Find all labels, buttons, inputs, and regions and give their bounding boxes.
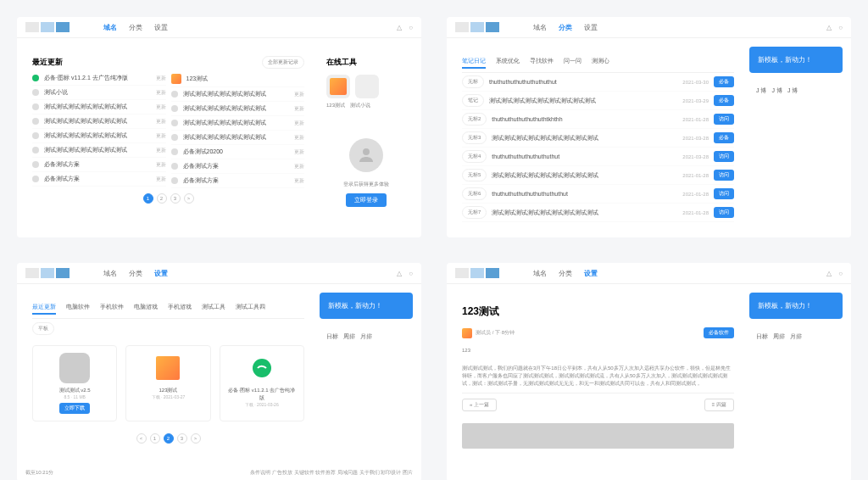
tab[interactable]: 测测心 (592, 57, 609, 69)
tab[interactable]: 问一问 (564, 57, 581, 69)
page-button[interactable]: 2 (157, 193, 167, 204)
list-item[interactable]: 无标2thuthuthuthuthuthuthtkhthh2021-01-28访… (462, 110, 734, 129)
page-button[interactable]: 2 (164, 433, 174, 444)
next-button[interactable]: ≡ 四篇 (704, 399, 734, 411)
side-tag[interactable]: J 博 (787, 87, 798, 95)
nav-domain[interactable]: 域名 (103, 269, 117, 278)
page-button[interactable]: < (136, 433, 147, 444)
list-item[interactable]: 无标thuthuthuthuthuthuthuthut2021-03-30必备 (462, 73, 734, 92)
bell-icon[interactable]: △ (397, 24, 402, 31)
list-item[interactable]: 测试测试测试测试测试测试测试更新 (171, 87, 305, 102)
nav-settings[interactable]: 设置 (154, 23, 168, 32)
page-button[interactable]: 3 (177, 433, 187, 444)
list-item[interactable]: 测试测试测试测试测试测试测试更新 (171, 116, 305, 131)
article-tag-btn[interactable]: 必备软件 (704, 327, 734, 338)
tab[interactable]: 测试工具四 (236, 303, 265, 315)
tab[interactable]: 电脑游戏 (134, 303, 158, 315)
row-text: 必备测试方案 (44, 160, 151, 169)
list-item[interactable]: 无标7测试测试测试测试测试测试测试测试测试2021-01-28访问 (462, 204, 734, 222)
side-tag[interactable]: 周排 (773, 332, 785, 341)
list-item[interactable]: 测试测试测试测试测试测试测试更新 (32, 100, 166, 114)
bell-icon[interactable]: △ (826, 24, 832, 31)
list-item[interactable]: 必备测试方案更新 (32, 172, 166, 187)
list-item[interactable]: 123测试 (171, 71, 305, 87)
row-action-btn[interactable]: 必备 (714, 76, 734, 87)
side-tag[interactable]: 周排 (343, 332, 355, 341)
login-button[interactable]: 立即登录 (346, 193, 387, 207)
nav-settings[interactable]: 设置 (584, 23, 598, 32)
list-item[interactable]: 测试测试测试测试测试测试测试更新 (32, 114, 166, 129)
promo-banner[interactable]: 新模板，新动力！ (320, 293, 413, 319)
nav-domain[interactable]: 域名 (533, 269, 547, 278)
list-item[interactable]: 必备·图标 v11.2.1 去广告纯净版更新 (32, 71, 166, 86)
tab[interactable]: 寻找软件 (530, 57, 554, 69)
list-item[interactable]: 必备测试方案更新 (171, 174, 305, 188)
list-item[interactable]: 测试测试测试测试测试测试测试更新 (32, 129, 166, 143)
tool-icon-1[interactable] (326, 75, 350, 98)
row-action-btn[interactable]: 访问 (714, 114, 734, 125)
nav-settings[interactable]: 设置 (154, 269, 168, 278)
list-item[interactable]: 测试小说更新 (32, 86, 166, 100)
side-tag[interactable]: J 博 (771, 87, 782, 95)
user-icon[interactable]: ○ (838, 270, 843, 277)
row-action-btn[interactable]: 必备 (714, 132, 734, 143)
list-item[interactable]: 必备测试方案更新 (32, 158, 166, 172)
prev-button[interactable]: « 上一篇 (462, 399, 497, 411)
user-icon[interactable]: ○ (838, 24, 843, 31)
tab[interactable]: 系统优化 (496, 57, 520, 69)
nav-category[interactable]: 分类 (559, 23, 572, 32)
app-card[interactable]: 测试测试 v2.58.5 · 11 MB立即下载 (32, 345, 117, 421)
row-action-btn[interactable]: 访问 (714, 188, 734, 199)
tab[interactable]: 笔记日记 (462, 57, 486, 69)
list-item[interactable]: 无标5测试测试测试测试测试测试测试测试测试2021-01-28访问 (462, 166, 734, 185)
nav-settings[interactable]: 设置 (584, 269, 598, 278)
side-tag[interactable]: 月排 (360, 332, 372, 341)
bell-icon[interactable]: △ (826, 270, 832, 277)
page-button[interactable]: 3 (170, 193, 181, 204)
list-item[interactable]: 必备测试方案更新 (171, 159, 305, 174)
row-action-btn[interactable]: 访问 (714, 207, 734, 218)
tab[interactable]: 手机软件 (100, 303, 124, 315)
row-action-btn[interactable]: 访问 (714, 170, 734, 181)
row-meta: 更新 (294, 91, 304, 98)
list-item[interactable]: 测试测试测试测试测试测试测试更新 (32, 143, 166, 158)
side-tag[interactable]: 日标 (756, 332, 768, 341)
tool-icon-2[interactable] (355, 75, 379, 98)
filter-pill[interactable]: 全部更新记录 (262, 56, 304, 69)
list-item[interactable]: 测试测试测试测试测试测试测试更新 (171, 102, 305, 116)
list-item[interactable]: 无标4thuthuthuthuthuthuthuthut2021-03-28访问 (462, 148, 734, 166)
row-action-btn[interactable]: 必备 (714, 95, 734, 106)
promo-banner[interactable]: 新模板，新动力！ (749, 47, 843, 73)
download-button[interactable]: 立即下载 (59, 403, 90, 414)
nav-category[interactable]: 分类 (129, 23, 142, 32)
tab[interactable]: 最近更新 (32, 303, 56, 315)
side-tag[interactable]: J 博 (756, 87, 766, 95)
page-button[interactable]: > (191, 433, 201, 444)
filter-pill[interactable]: 平板 (32, 322, 54, 335)
app-card[interactable]: 123测试下载 · 2021-03-27 (125, 345, 210, 421)
page-button[interactable]: 1 (143, 193, 153, 204)
nav-category[interactable]: 分类 (129, 269, 142, 278)
page-button[interactable]: > (184, 193, 194, 204)
row-action-btn[interactable]: 访问 (714, 151, 734, 162)
promo-banner[interactable]: 新模板，新动力！ (749, 293, 843, 319)
tab[interactable]: 测试工具 (202, 303, 225, 315)
nav-domain[interactable]: 域名 (103, 23, 117, 32)
nav-domain[interactable]: 域名 (533, 23, 547, 32)
side-tag[interactable]: 月排 (790, 332, 802, 341)
panel-list: 域名 分类 设置 △ ○ 笔记日记系统优化寻找软件问一问测测心 无标thuthu… (447, 17, 851, 237)
list-item[interactable]: 无标3测试测试测试测试测试测试测试测试测试2021-03-28必备 (462, 129, 734, 148)
app-card[interactable]: 必备·图标 v11.2.1 去广告纯净版下载 · 2021-03-26 (220, 345, 304, 421)
list-item[interactable]: 测试测试测试测试测试测试测试更新 (171, 131, 305, 145)
side-tag[interactable]: 日标 (326, 332, 338, 341)
page-button[interactable]: 1 (150, 433, 160, 444)
user-icon[interactable]: ○ (409, 270, 413, 277)
list-item[interactable]: 笔记测试测试测试测试测试测试测试测试测试2021-03-29必备 (462, 92, 734, 110)
nav-category[interactable]: 分类 (559, 269, 572, 278)
user-icon[interactable]: ○ (409, 24, 413, 31)
tab[interactable]: 手机游戏 (168, 303, 192, 315)
list-item[interactable]: 必备测试20200更新 (171, 145, 305, 159)
tab[interactable]: 电脑软件 (66, 303, 90, 315)
list-item[interactable]: 无标6thuthuthuthuthuthuthuthuthut2021-01-2… (462, 185, 734, 204)
bell-icon[interactable]: △ (397, 270, 402, 277)
